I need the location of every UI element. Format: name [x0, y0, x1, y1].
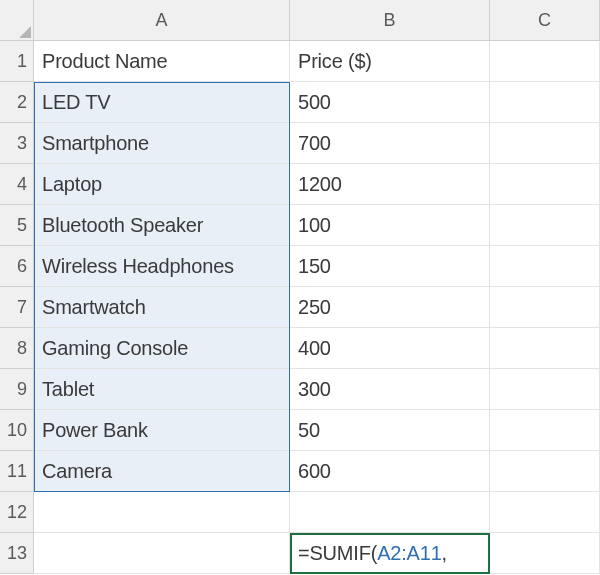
- row-header-9[interactable]: 9: [0, 369, 34, 410]
- row-header-3[interactable]: 3: [0, 123, 34, 164]
- col-header-C[interactable]: C: [490, 0, 600, 41]
- row-header-13[interactable]: 13: [0, 533, 34, 574]
- cell-A3[interactable]: Smartphone: [34, 123, 290, 164]
- cell-A6[interactable]: Wireless Headphones: [34, 246, 290, 287]
- cell-B10[interactable]: 50: [290, 410, 490, 451]
- cell-B13-formula[interactable]: =SUMIF(A2:A11,: [290, 533, 490, 574]
- cell-B6[interactable]: 150: [290, 246, 490, 287]
- row-header-7[interactable]: 7: [0, 287, 34, 328]
- row-header-12[interactable]: 12: [0, 492, 34, 533]
- cell-A5[interactable]: Bluetooth Speaker: [34, 205, 290, 246]
- col-header-A[interactable]: A: [34, 0, 290, 41]
- cell-B9[interactable]: 300: [290, 369, 490, 410]
- cell-A11[interactable]: Camera: [34, 451, 290, 492]
- row-header-4[interactable]: 4: [0, 164, 34, 205]
- cell-B1[interactable]: Price ($): [290, 41, 490, 82]
- row-header-5[interactable]: 5: [0, 205, 34, 246]
- cell-B11[interactable]: 600: [290, 451, 490, 492]
- row-header-8[interactable]: 8: [0, 328, 34, 369]
- cell-C6[interactable]: [490, 246, 600, 287]
- row-header-1[interactable]: 1: [0, 41, 34, 82]
- cell-A2[interactable]: LED TV: [34, 82, 290, 123]
- cell-A10[interactable]: Power Bank: [34, 410, 290, 451]
- formula-prefix: =SUMIF(: [298, 542, 377, 565]
- cell-B12[interactable]: [290, 492, 490, 533]
- formula-suffix: ,: [442, 542, 447, 565]
- cell-C2[interactable]: [490, 82, 600, 123]
- formula-range-ref: A2:A11: [377, 542, 441, 565]
- cell-A13[interactable]: [34, 533, 290, 574]
- cell-A9[interactable]: Tablet: [34, 369, 290, 410]
- row-header-10[interactable]: 10: [0, 410, 34, 451]
- cell-B4[interactable]: 1200: [290, 164, 490, 205]
- cell-A4[interactable]: Laptop: [34, 164, 290, 205]
- cell-C13[interactable]: [490, 533, 600, 574]
- cell-C8[interactable]: [490, 328, 600, 369]
- cell-C11[interactable]: [490, 451, 600, 492]
- cell-B8[interactable]: 400: [290, 328, 490, 369]
- cell-C1[interactable]: [490, 41, 600, 82]
- row-header-6[interactable]: 6: [0, 246, 34, 287]
- select-all-corner[interactable]: [0, 0, 34, 41]
- spreadsheet-grid[interactable]: A B C 1 Product Name Price ($) 2 LED TV …: [0, 0, 600, 574]
- cell-C9[interactable]: [490, 369, 600, 410]
- cell-A1[interactable]: Product Name: [34, 41, 290, 82]
- row-header-2[interactable]: 2: [0, 82, 34, 123]
- col-header-B[interactable]: B: [290, 0, 490, 41]
- cell-C10[interactable]: [490, 410, 600, 451]
- cell-A7[interactable]: Smartwatch: [34, 287, 290, 328]
- row-header-11[interactable]: 11: [0, 451, 34, 492]
- cell-C5[interactable]: [490, 205, 600, 246]
- cell-B5[interactable]: 100: [290, 205, 490, 246]
- cell-C4[interactable]: [490, 164, 600, 205]
- cell-A12[interactable]: [34, 492, 290, 533]
- cell-C12[interactable]: [490, 492, 600, 533]
- cell-B7[interactable]: 250: [290, 287, 490, 328]
- cell-B2[interactable]: 500: [290, 82, 490, 123]
- cell-A8[interactable]: Gaming Console: [34, 328, 290, 369]
- cell-B3[interactable]: 700: [290, 123, 490, 164]
- cell-C3[interactable]: [490, 123, 600, 164]
- cell-C7[interactable]: [490, 287, 600, 328]
